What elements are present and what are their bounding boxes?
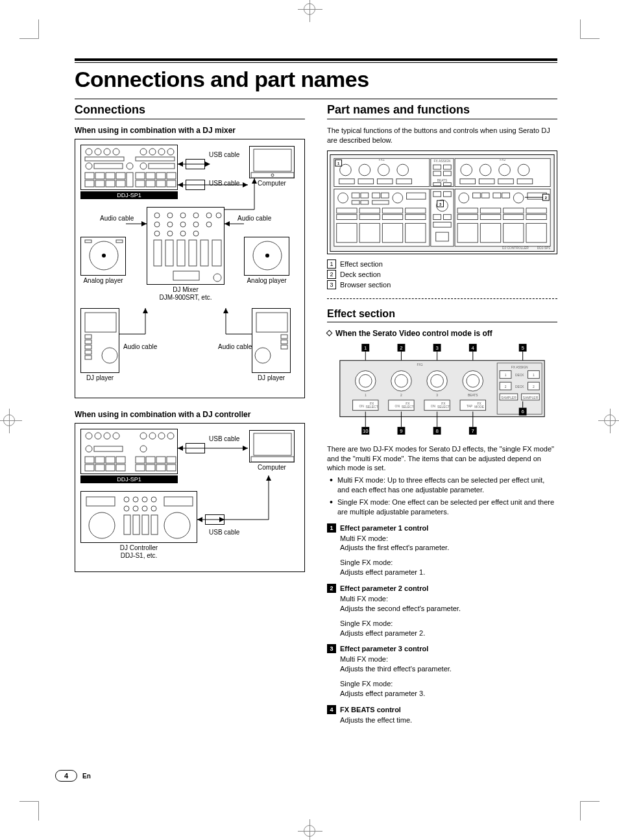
mixer-label: DJ Mixer (147, 286, 225, 293)
svg-point-52 (154, 231, 160, 236)
svg-rect-175 (361, 193, 369, 198)
svg-rect-102 (116, 457, 125, 463)
usb-label-1: USB cable (209, 151, 239, 158)
svg-point-96 (149, 433, 156, 439)
param-line: Single FX mode: (340, 679, 557, 689)
param-number: 4 (327, 705, 336, 714)
svg-rect-14 (149, 163, 175, 169)
svg-point-55 (193, 231, 199, 236)
svg-point-6 (158, 149, 165, 155)
djplayer-left-label: DJ player (80, 374, 119, 381)
svg-point-125 (124, 497, 129, 502)
svg-text:1: 1 (364, 345, 367, 351)
svg-rect-160 (479, 178, 494, 184)
param-title: Effect parameter 1 control (340, 524, 428, 532)
svg-point-51 (206, 222, 212, 227)
param-line: Adjusts the third effect's parameter. (340, 664, 557, 674)
svg-text:ON: ON (359, 404, 364, 407)
svg-point-116 (140, 446, 147, 452)
svg-rect-80 (85, 340, 91, 344)
callout-3: 3 (327, 280, 336, 289)
svg-rect-56 (154, 240, 162, 266)
svg-text:ON: ON (431, 404, 436, 407)
param-body: Adjusts the effect time. (340, 715, 557, 725)
svg-text:6: 6 (521, 409, 524, 414)
svg-rect-206 (526, 208, 546, 213)
svg-point-130 (133, 506, 138, 511)
title-underline (75, 99, 557, 99)
svg-text:DECK: DECK (515, 374, 524, 377)
svg-text:1: 1 (365, 394, 367, 397)
svg-rect-166 (443, 165, 451, 169)
crop-mark (19, 801, 39, 821)
svg-rect-181 (361, 200, 369, 204)
svg-marker-76 (225, 221, 230, 226)
svg-point-98 (167, 433, 174, 439)
svg-rect-106 (116, 464, 125, 471)
param-line: Adjusts the effect time. (340, 715, 557, 725)
svg-rect-133 (124, 515, 130, 534)
svg-rect-213 (504, 223, 524, 242)
svg-rect-199 (493, 193, 501, 198)
svg-rect-28 (146, 180, 155, 187)
svg-rect-60 (200, 240, 208, 266)
svg-rect-136 (151, 515, 158, 534)
svg-text:DJ CONTROLLER: DJ CONTROLLER (502, 246, 529, 249)
param-block: 2Effect parameter 2 controlMulti FX mode… (327, 584, 557, 638)
svg-marker-140 (219, 517, 225, 522)
svg-text:1: 1 (533, 374, 535, 377)
svg-marker-39 (178, 162, 183, 167)
svg-marker-119 (243, 446, 248, 451)
svg-point-42 (167, 213, 173, 218)
callout-2: 2 (327, 270, 336, 279)
svg-rect-221 (433, 222, 451, 227)
svg-point-196 (459, 193, 469, 203)
crop-mark (604, 414, 616, 426)
svg-rect-185 (382, 208, 402, 213)
svg-rect-208 (480, 214, 500, 219)
svg-point-4 (140, 149, 147, 155)
svg-rect-82 (85, 350, 91, 354)
svg-rect-159 (460, 178, 476, 184)
svg-rect-152 (396, 178, 412, 184)
crop-mark (304, 825, 315, 837)
svg-rect-222 (436, 232, 449, 241)
crop-mark (3, 414, 15, 426)
page-number: 4 (55, 770, 77, 782)
top-rule-thick (75, 58, 557, 61)
svg-rect-200 (502, 193, 510, 198)
svg-point-132 (151, 506, 156, 511)
right-column: Part names and functions The typical fun… (327, 103, 557, 725)
overview-label: Effect section (340, 260, 383, 268)
svg-rect-162 (517, 178, 533, 184)
svg-rect-8 (85, 157, 124, 161)
svg-rect-117 (94, 446, 123, 451)
svg-rect-216 (433, 191, 441, 197)
svg-rect-79 (85, 335, 91, 339)
svg-marker-74 (141, 221, 147, 226)
svg-rect-15 (85, 173, 94, 179)
svg-rect-84 (256, 313, 287, 332)
param-title: Effect parameter 2 control (340, 584, 428, 592)
svg-rect-183 (337, 208, 357, 213)
svg-rect-187 (337, 214, 357, 219)
dashed-rule (327, 298, 557, 299)
svg-text:TAP: TAP (467, 404, 473, 407)
analog-right-label: Analog player (244, 277, 289, 284)
usb-label-3: USB cable (209, 435, 239, 442)
svg-rect-168 (443, 171, 451, 176)
svg-rect-101 (106, 457, 115, 463)
param-title: FX BEATS control (340, 706, 401, 714)
svg-point-10 (86, 163, 92, 169)
svg-rect-135 (142, 515, 149, 534)
svg-marker-40 (178, 182, 183, 187)
svg-rect-107 (136, 457, 145, 463)
page-footer: 4 En (55, 770, 91, 782)
svg-rect-190 (406, 214, 426, 219)
svg-rect-9 (136, 157, 175, 161)
svg-text:2: 2 (400, 394, 402, 397)
svg-rect-186 (406, 208, 426, 213)
svg-rect-86 (281, 335, 287, 339)
param-head: 3Effect parameter 3 control (327, 644, 557, 653)
svg-rect-88 (281, 345, 287, 349)
